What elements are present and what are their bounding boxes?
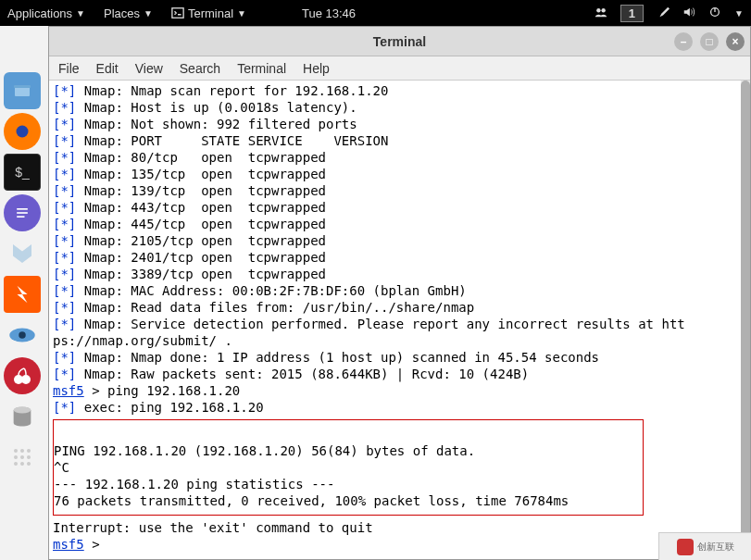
svg-point-25 [14,462,18,466]
line: Nmap: 80/tcp open tcpwrapped [76,150,326,165]
marker: [*] [53,350,76,365]
workspace-indicator[interactable]: 1 [620,5,644,22]
places-label: Places [104,6,140,20]
line: exec: ping 192.168.1.20 [76,400,263,415]
line: > [84,537,107,552]
line: Nmap: Read data files from: /usr/bin/../… [76,300,474,315]
editor-icon[interactable] [4,194,41,231]
chevron-down-icon: ▼ [237,8,246,19]
svg-rect-6 [15,87,30,96]
svg-point-22 [14,455,18,459]
database-icon[interactable] [4,398,41,435]
applications-menu[interactable]: Applications ▼ [7,6,85,20]
files-icon[interactable] [4,72,41,109]
menu-terminal[interactable]: Terminal [237,61,286,76]
marker: [*] [53,100,76,115]
svg-point-2 [601,8,605,12]
line: Nmap: PORT STATE SERVICE VERSION [76,133,388,148]
eye-icon[interactable] [4,317,41,354]
marker: [*] [53,83,76,98]
line: Nmap: 139/tcp open tcpwrapped [76,183,326,198]
terminal-app-icon[interactable]: $_ [4,154,41,191]
line: Nmap: Service detection performed. Pleas… [76,317,684,331]
line: --- 192.168.1.20 ping statistics --- [54,477,334,492]
users-icon[interactable] [595,6,607,21]
ping-output-box: PING 192.168.1.20 (192.168.1.20) 56(84) … [53,419,644,516]
system-topbar: Applications ▼ Places ▼ Terminal ▼ Tue 1… [0,0,751,26]
terminal-titlebar[interactable]: Terminal – □ × [49,27,750,56]
line: Nmap: MAC Address: 00:0B:2F:7B:DF:60 (bp… [76,283,466,298]
terminal-content[interactable]: [*] Nmap: Nmap scan report for 192.168.1… [49,81,750,559]
svg-rect-12 [17,216,24,218]
menu-search[interactable]: Search [180,61,220,76]
clock[interactable]: Tue 13:46 [302,6,356,20]
line: 76 packets transmitted, 0 received, 100%… [54,493,569,508]
minimize-button[interactable]: – [674,32,693,51]
terminal-title: Terminal [373,34,426,49]
marker: [*] [53,367,76,381]
marker: [*] [53,133,76,148]
svg-point-19 [14,449,18,453]
line: PING 192.168.1.20 (192.168.1.20) 56(84) … [54,443,639,458]
paintbrush-icon[interactable] [657,6,670,21]
svg-point-16 [21,375,31,384]
svg-point-18 [14,407,31,414]
line: Nmap: Nmap done: 1 IP address (1 host up… [76,350,599,365]
svg-rect-10 [17,208,28,210]
marker: [*] [53,267,76,281]
metasploit-icon[interactable] [4,235,41,272]
line: Nmap: Raw packets sent: 2015 (88.644KB) … [76,367,529,381]
terminal-menu[interactable]: Terminal ▼ [171,6,246,20]
line: ^C [54,460,69,475]
svg-point-26 [20,462,24,466]
svg-point-14 [19,331,26,339]
terminal-window: Terminal – □ × File Edit View Search Ter… [48,26,751,560]
line: Nmap: Not shown: 992 filtered ports [76,117,357,131]
line: Nmap: Nmap scan report for 192.168.1.20 [76,83,388,98]
chevron-down-icon[interactable]: ▼ [734,8,744,19]
line: Nmap: Host is up (0.0018s latency). [76,100,357,115]
svg-point-9 [17,126,29,138]
marker: [*] [53,217,76,231]
terminal-icon [171,6,184,19]
close-button[interactable]: × [726,32,745,51]
power-icon[interactable] [708,6,721,21]
watermark-text: 创新互联 [697,541,734,554]
menu-edit[interactable]: Edit [96,61,119,76]
svg-point-24 [27,455,31,459]
svg-point-23 [20,455,24,459]
scrollbar[interactable] [741,81,750,559]
places-menu[interactable]: Places ▼ [104,6,153,20]
svg-rect-0 [172,8,183,19]
marker: [*] [53,150,76,165]
menu-file[interactable]: File [58,61,80,76]
marker: [*] [53,117,76,131]
menu-help[interactable]: Help [303,61,330,76]
marker: [*] [53,167,76,181]
marker: [*] [53,400,76,415]
dock: $_ [4,72,43,476]
marker: [*] [53,183,76,198]
marker: [*] [53,317,76,331]
burp-icon[interactable] [4,276,41,313]
apps-grid-icon[interactable] [4,439,41,476]
svg-point-27 [27,462,31,466]
watermark: 创新互联 [658,532,751,560]
cherrytree-icon[interactable] [4,357,41,394]
line: > ping 192.168.1.20 [84,383,241,398]
line: Nmap: 2401/tcp open tcpwrapped [76,250,326,265]
line: Nmap: 443/tcp open tcpwrapped [76,200,326,215]
terminal-label: Terminal [188,6,233,20]
svg-point-1 [596,8,600,12]
line: Interrupt: use the 'exit' command to qui… [53,520,373,535]
maximize-button[interactable]: □ [700,32,719,51]
marker: [*] [53,300,76,315]
firefox-icon[interactable] [4,113,41,150]
chevron-down-icon: ▼ [144,8,153,19]
line: Nmap: 2105/tcp open tcpwrapped [76,233,326,248]
menu-view[interactable]: View [135,61,163,76]
marker: [*] [53,250,76,265]
volume-icon[interactable] [682,6,695,21]
svg-rect-7 [14,85,31,88]
chevron-down-icon: ▼ [76,8,85,19]
